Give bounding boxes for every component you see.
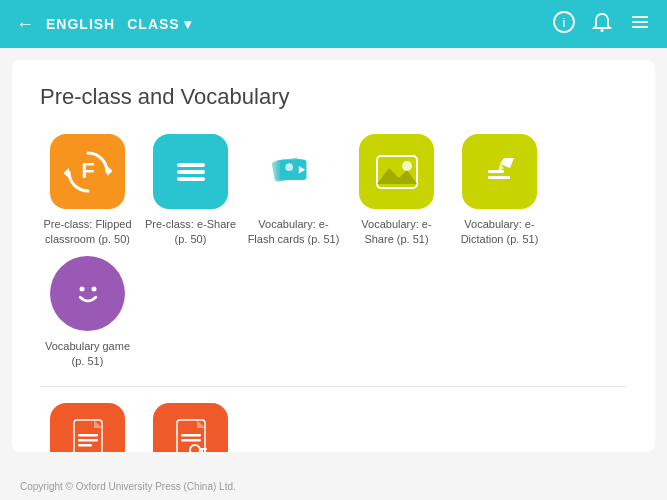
svg-rect-33 xyxy=(78,439,98,442)
grid-item-graded-worksheets-answer[interactable]: Graded worksheets (Answer key)(p. 51) xyxy=(143,403,238,452)
page-title: Pre-class and Vocabulary xyxy=(40,84,627,110)
svg-rect-38 xyxy=(181,439,201,442)
svg-marker-8 xyxy=(107,166,112,176)
svg-rect-25 xyxy=(488,176,510,179)
list-icon[interactable] xyxy=(629,11,651,38)
nav-class-dropdown[interactable]: CLASS ▾ xyxy=(127,16,191,32)
svg-rect-32 xyxy=(78,434,98,437)
svg-text:i: i xyxy=(563,15,566,30)
activity-grid: F Pre-class: Flipped classroom (p. 50) xyxy=(40,134,627,452)
svg-point-2 xyxy=(601,29,604,32)
nav-class-arrow: ▾ xyxy=(184,16,192,32)
info-icon[interactable]: i xyxy=(553,11,575,38)
row-separator xyxy=(40,386,627,387)
eshare-vocab-label: Vocabulary: e-Share (p. 51) xyxy=(349,217,444,248)
main-content: Pre-class and Vocabulary F Pre-class: Fl… xyxy=(12,60,655,452)
svg-rect-13 xyxy=(177,177,205,181)
svg-rect-42 xyxy=(201,450,203,452)
flipped-classroom-label: Pre-class: Flipped classroom (p. 50) xyxy=(40,217,135,248)
svg-marker-9 xyxy=(64,168,69,178)
edictation-icon xyxy=(462,134,537,209)
back-button[interactable]: ← xyxy=(16,14,34,35)
graded-worksheets-icon xyxy=(50,403,125,452)
footer: Copyright © Oxford University Press (Chi… xyxy=(20,481,236,492)
vocab-game-icon xyxy=(50,256,125,331)
svg-point-29 xyxy=(91,287,96,292)
vocab-game-label: Vocabulary game (p. 51) xyxy=(40,339,135,370)
svg-rect-11 xyxy=(177,163,205,167)
flipped-classroom-icon: F xyxy=(50,134,125,209)
eshare-preclass-icon xyxy=(153,134,228,209)
grid-item-eshare-vocab[interactable]: Vocabulary: e-Share (p. 51) xyxy=(349,134,444,248)
svg-point-23 xyxy=(402,161,412,171)
bell-icon[interactable] xyxy=(591,11,613,38)
grid-item-edictation[interactable]: Vocabulary: e-Dictation (p. 51) xyxy=(452,134,547,248)
eflash-cards-label: Vocabulary: e-Flash cards (p. 51) xyxy=(246,217,341,248)
svg-rect-12 xyxy=(177,170,205,174)
eflash-cards-icon xyxy=(256,134,331,209)
grid-item-flipped-classroom[interactable]: F Pre-class: Flipped classroom (p. 50) xyxy=(40,134,135,248)
header: ← ENGLISH CLASS ▾ i xyxy=(0,0,667,48)
edictation-label: Vocabulary: e-Dictation (p. 51) xyxy=(452,217,547,248)
nav-english: ENGLISH xyxy=(46,16,115,32)
svg-rect-26 xyxy=(488,170,504,173)
svg-rect-37 xyxy=(181,434,201,437)
eshare-preclass-label: Pre-class: e-Share (p. 50) xyxy=(143,217,238,248)
grid-item-graded-worksheets[interactable]: Vocabulary: Graded worksheets (p. 51) xyxy=(40,403,135,452)
nav-class-label: CLASS xyxy=(127,16,179,32)
svg-rect-34 xyxy=(78,444,92,447)
grid-item-eshare-preclass[interactable]: Pre-class: e-Share (p. 50) xyxy=(143,134,238,248)
grid-item-vocab-game[interactable]: Vocabulary game (p. 51) xyxy=(40,256,135,370)
svg-text:F: F xyxy=(81,158,94,183)
svg-rect-40 xyxy=(199,448,207,450)
graded-worksheets-answer-icon xyxy=(153,403,228,452)
header-icons: i xyxy=(553,11,651,38)
svg-point-27 xyxy=(64,269,112,317)
eshare-vocab-icon xyxy=(359,134,434,209)
svg-rect-41 xyxy=(204,450,206,452)
copyright-text: Copyright © Oxford University Press (Chi… xyxy=(20,481,236,492)
svg-point-28 xyxy=(79,287,84,292)
grid-item-eflash-cards[interactable]: Vocabulary: e-Flash cards (p. 51) xyxy=(246,134,341,248)
